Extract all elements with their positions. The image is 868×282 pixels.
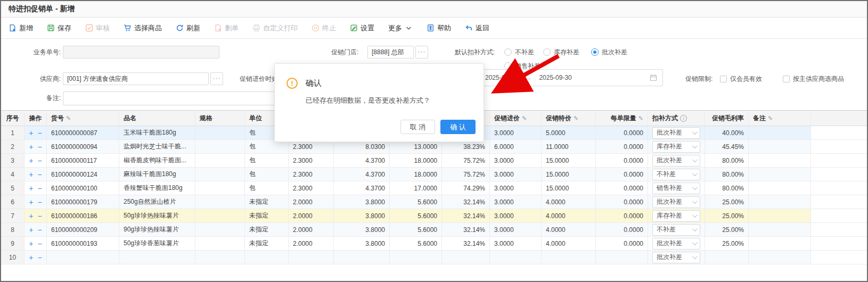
cell-item[interactable]: 6100000000087	[47, 126, 119, 139]
store-field[interactable]: [8888] 总部	[367, 46, 414, 59]
toolbar-button-9[interactable]: 更多	[388, 23, 413, 33]
toolbar-button-8[interactable]: 设置	[350, 23, 374, 33]
remove-row-button[interactable]: −	[36, 253, 44, 262]
method-dropdown[interactable]: 库存补差	[652, 210, 700, 222]
cell-promo_price[interactable]: 5.0000	[542, 126, 596, 139]
cell-limit[interactable]: 0.0000	[596, 154, 648, 167]
remove-row-button[interactable]: −	[36, 239, 44, 248]
cell-promo_cost[interactable]: 3.0000	[490, 223, 542, 236]
cell-promo_price[interactable]	[542, 251, 596, 264]
method-dropdown[interactable]: 批次补差	[652, 127, 700, 139]
cell-promo_cost[interactable]: 3.0000	[490, 154, 542, 167]
cell-promo_price[interactable]: 4.0000	[542, 195, 596, 209]
cell-remark[interactable]	[749, 181, 811, 195]
cell-promo_price[interactable]: 4.0000	[542, 209, 596, 222]
cell-limit[interactable]: 0.0000	[596, 223, 648, 236]
method-dropdown[interactable]: 批次补差	[652, 196, 700, 208]
cell-remark[interactable]	[749, 195, 811, 209]
add-row-button[interactable]: +	[27, 212, 35, 220]
cell-item[interactable]: 6100000000209	[47, 223, 119, 236]
cell-item[interactable]: 6100000000186	[47, 209, 119, 222]
toolbar-button-0[interactable]: 新增	[9, 23, 33, 33]
method-dropdown[interactable]: 库存补差	[652, 141, 700, 153]
cell-limit[interactable]: 0.0000	[596, 209, 648, 222]
remove-row-button[interactable]: −	[36, 198, 44, 206]
add-row-button[interactable]: +	[27, 143, 35, 151]
method-dropdown[interactable]: 不补差	[652, 224, 700, 236]
supplier-field[interactable]: [001] 方便速食供应商	[63, 72, 209, 85]
radio-库存补差[interactable]: 库存补差	[543, 46, 579, 59]
store-picker-icon[interactable]: ···	[415, 46, 428, 59]
method-dropdown[interactable]: 批次补差	[652, 238, 700, 250]
add-row-button[interactable]: +	[27, 170, 35, 179]
cell-limit[interactable]: 0.0000	[596, 237, 648, 250]
table-row[interactable]: 3+−6100000000117椒香脆皮鸭味干脆面...包2.30004.370…	[1, 154, 867, 168]
cell-item[interactable]: 6100000000193	[47, 237, 119, 250]
cell-promo_cost[interactable]: 3.0000	[490, 126, 542, 139]
remove-row-button[interactable]: −	[36, 129, 44, 137]
toolbar-button-10[interactable]: 帮助	[427, 23, 451, 33]
cell-promo_cost[interactable]: 3.0000	[490, 195, 542, 209]
cell-limit[interactable]: 0.0000	[596, 181, 648, 195]
calendar-icon[interactable]	[650, 74, 657, 81]
add-row-button[interactable]: +	[27, 129, 35, 137]
add-row-button[interactable]: +	[27, 239, 35, 248]
order-no-field[interactable]	[63, 46, 219, 59]
remove-row-button[interactable]: −	[36, 143, 44, 151]
start-date[interactable]: 2025-09-30	[485, 74, 518, 81]
cell-limit[interactable]: 0.0000	[596, 126, 648, 139]
method-dropdown[interactable]: 批次补差	[652, 252, 700, 263]
cell-remark[interactable]	[749, 168, 811, 181]
end-date[interactable]: 2025-09-30	[539, 74, 571, 81]
radio-销售补差[interactable]: 销售补差	[504, 60, 541, 72]
cell-promo_price[interactable]: 15.0000	[542, 181, 596, 195]
cell-item[interactable]	[47, 251, 119, 264]
cell-item[interactable]: 6100000000179	[47, 195, 119, 209]
cell-limit[interactable]: 0.0000	[596, 140, 648, 153]
table-row[interactable]: 7+−610000000018650g珍珍热辣味薯片未指定2.00003.800…	[1, 209, 867, 223]
cell-remark[interactable]	[749, 126, 811, 139]
cell-promo_price[interactable]: 4.0000	[542, 237, 596, 250]
add-row-button[interactable]: +	[27, 156, 35, 165]
supplier-picker-icon[interactable]: ···	[210, 72, 223, 85]
cell-remark[interactable]	[749, 223, 811, 236]
cell-promo_cost[interactable]: 3.0000	[490, 209, 542, 222]
toolbar-button-4[interactable]: 刷新	[176, 23, 200, 33]
cell-promo_cost[interactable]: 3.0000	[490, 237, 542, 250]
cell-item[interactable]: 6100000000124	[47, 168, 119, 181]
remove-row-button[interactable]: −	[36, 184, 44, 193]
cell-remark[interactable]	[749, 209, 811, 222]
add-row-button[interactable]: +	[27, 226, 35, 234]
members-only-checkbox[interactable]: 仅会员有效	[720, 72, 762, 85]
cell-promo_price[interactable]: 15.0000	[542, 168, 596, 181]
cell-promo_cost[interactable]: 3.0000	[490, 181, 542, 195]
cell-remark[interactable]	[749, 140, 811, 153]
toolbar-button-3[interactable]: 选择商品	[124, 23, 162, 33]
radio-不补差[interactable]: 不补差	[504, 46, 534, 59]
remove-row-button[interactable]: −	[36, 170, 44, 179]
add-row-button[interactable]: +	[27, 253, 35, 262]
cell-promo_price[interactable]: 15.0000	[542, 154, 596, 167]
confirm-button[interactable]: 确 认	[440, 120, 476, 134]
method-dropdown[interactable]: 销售补差	[652, 183, 700, 194]
cell-limit[interactable]: 0.0000	[596, 195, 648, 209]
cell-promo_cost[interactable]	[490, 251, 542, 264]
toolbar-button-11[interactable]: 返回	[465, 23, 489, 33]
table-row[interactable]: 4+−6100000000124麻辣味干脆面180g包2.30004.37001…	[1, 168, 867, 181]
remove-row-button[interactable]: −	[36, 156, 44, 165]
radio-批次补差[interactable]: 批次补差	[591, 46, 627, 59]
cell-promo_price[interactable]: 4.0000	[542, 223, 596, 236]
table-row[interactable]: 6+−6100000000179250g自然派山楂片未指定2.00003.800…	[1, 195, 867, 209]
cell-promo_price[interactable]: 11.0000	[542, 140, 596, 153]
cancel-button[interactable]: 取 消	[400, 120, 436, 134]
method-dropdown[interactable]: 批次补差	[652, 155, 700, 167]
add-row-button[interactable]: +	[27, 184, 35, 193]
cell-limit[interactable]: 0.0000	[596, 168, 648, 181]
cell-item[interactable]: 6100000000117	[47, 154, 119, 167]
cell-promo_cost[interactable]: 6.0000	[490, 140, 542, 153]
table-row[interactable]: 5+−6100000000100香辣蟹味干脆面180g包2.30004.3700…	[1, 181, 867, 195]
cell-item[interactable]: 6100000000094	[47, 140, 119, 153]
main-supplier-checkbox[interactable]: 按主供应商选商品	[783, 72, 844, 85]
cell-limit[interactable]	[596, 251, 648, 264]
cell-promo_cost[interactable]: 3.0000	[490, 168, 542, 181]
